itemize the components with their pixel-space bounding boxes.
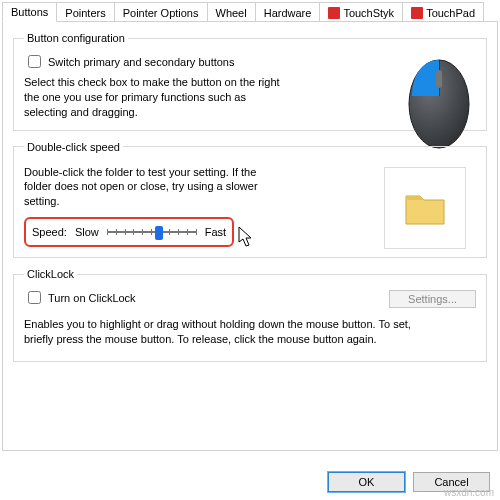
double-click-speed-slider[interactable] bbox=[107, 223, 197, 241]
tab-label: Hardware bbox=[264, 7, 312, 19]
tab-label: Buttons bbox=[11, 6, 48, 18]
tab-hardware[interactable]: Hardware bbox=[255, 2, 321, 22]
button-config-description: Select this check box to make the button… bbox=[24, 75, 284, 120]
cursor-arrow-icon bbox=[238, 226, 254, 248]
tab-label: TouchStyk bbox=[343, 7, 394, 19]
tab-touchstyk[interactable]: TouchStyk bbox=[319, 2, 403, 22]
tab-pointers[interactable]: Pointers bbox=[56, 2, 114, 22]
turn-on-clicklock-checkbox[interactable] bbox=[28, 291, 41, 304]
tab-label: TouchPad bbox=[426, 7, 475, 19]
switch-primary-secondary-checkbox[interactable] bbox=[28, 55, 41, 68]
clicklock-description: Enables you to highlight or drag without… bbox=[24, 317, 424, 347]
tab-wheel[interactable]: Wheel bbox=[207, 2, 256, 22]
fast-label: Fast bbox=[205, 226, 226, 238]
synaptics-icon bbox=[411, 7, 423, 19]
turn-on-clicklock-label: Turn on ClickLock bbox=[48, 292, 136, 304]
tab-touchpad[interactable]: TouchPad bbox=[402, 2, 484, 22]
tab-buttons[interactable]: Buttons bbox=[2, 2, 57, 22]
ok-button[interactable]: OK bbox=[328, 472, 405, 492]
switch-primary-secondary-label: Switch primary and secondary buttons bbox=[48, 56, 234, 68]
group-button-configuration: Button configuration Switch primary and … bbox=[13, 32, 487, 131]
mouse-illustration-icon bbox=[404, 54, 474, 149]
test-folder-icon[interactable] bbox=[384, 167, 466, 249]
speed-label: Speed: bbox=[32, 226, 67, 238]
annotation-highlight: Speed: Slow Fast bbox=[24, 217, 234, 247]
tab-strip: Buttons Pointers Pointer Options Wheel H… bbox=[0, 0, 500, 22]
group-legend: Double-click speed bbox=[24, 141, 123, 153]
tab-label: Pointers bbox=[65, 7, 105, 19]
tab-label: Pointer Options bbox=[123, 7, 199, 19]
synaptics-icon bbox=[328, 7, 340, 19]
slow-label: Slow bbox=[75, 226, 99, 238]
double-click-description: Double-click the folder to test your set… bbox=[24, 165, 284, 210]
clicklock-settings-button: Settings... bbox=[389, 290, 476, 308]
group-clicklock: ClickLock Turn on ClickLock Settings... … bbox=[13, 268, 487, 362]
tab-pointer-options[interactable]: Pointer Options bbox=[114, 2, 208, 22]
tab-label: Wheel bbox=[216, 7, 247, 19]
watermark-text: wsxdn.com bbox=[444, 487, 494, 498]
group-legend: Button configuration bbox=[24, 32, 128, 44]
mouse-properties-window: Buttons Pointers Pointer Options Wheel H… bbox=[0, 0, 500, 500]
group-legend: ClickLock bbox=[24, 268, 77, 280]
slider-thumb[interactable] bbox=[155, 226, 163, 240]
svg-rect-1 bbox=[436, 70, 442, 88]
